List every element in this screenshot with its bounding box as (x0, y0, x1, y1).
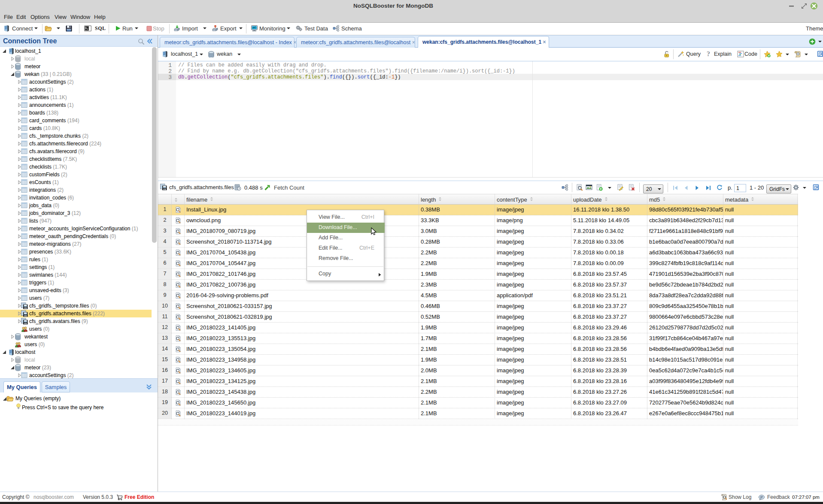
svg-text:?: ? (707, 51, 710, 57)
